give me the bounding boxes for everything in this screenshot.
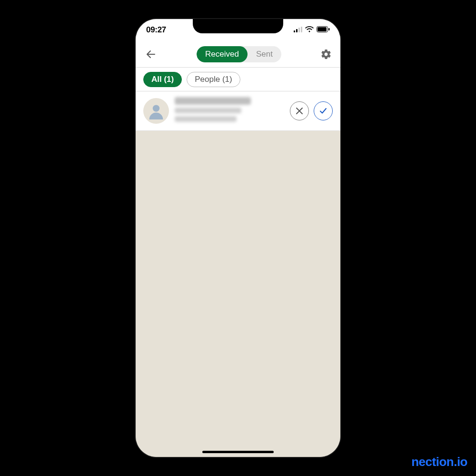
filter-bar: All (1) People (1): [136, 68, 340, 91]
svg-rect-6: [328, 28, 330, 30]
accept-button[interactable]: [314, 101, 333, 120]
svg-rect-2: [298, 28, 300, 32]
avatar[interactable]: [143, 98, 169, 124]
person-icon: [148, 102, 165, 119]
battery-icon: [317, 26, 330, 34]
redacted-name: [175, 97, 251, 105]
segmented-control: Received Sent: [197, 46, 281, 62]
settings-button[interactable]: [319, 48, 333, 61]
wifi-icon: [305, 26, 314, 34]
tab-received[interactable]: Received: [197, 46, 248, 62]
svg-rect-0: [294, 30, 295, 32]
invitation-row[interactable]: [136, 91, 340, 131]
cellular-icon: [294, 26, 302, 34]
filter-chip-all[interactable]: All (1): [143, 72, 182, 87]
reject-button[interactable]: [290, 101, 309, 120]
close-icon: [295, 107, 304, 115]
arrow-left-icon: [145, 49, 157, 60]
svg-rect-1: [296, 29, 298, 32]
status-time: 09:27: [146, 25, 166, 35]
invitation-list: [136, 91, 340, 457]
phone-frame: 09:27: [136, 19, 340, 457]
watermark: nection.io: [411, 455, 467, 469]
check-icon: [318, 106, 328, 116]
filter-chip-people[interactable]: People (1): [187, 72, 240, 87]
home-indicator[interactable]: [202, 451, 274, 453]
svg-point-7: [153, 105, 159, 111]
status-icons: [294, 26, 330, 34]
tab-sent[interactable]: Sent: [248, 46, 281, 62]
redacted-subtitle: [175, 116, 237, 122]
row-actions: [290, 101, 333, 120]
back-button[interactable]: [143, 47, 159, 62]
svg-rect-5: [317, 27, 327, 31]
gear-icon: [320, 49, 332, 60]
redacted-subtitle: [175, 108, 241, 113]
device-notch: [193, 19, 283, 33]
top-bar: Received Sent: [136, 41, 340, 68]
svg-rect-3: [301, 27, 302, 32]
invitation-text: [175, 97, 284, 125]
